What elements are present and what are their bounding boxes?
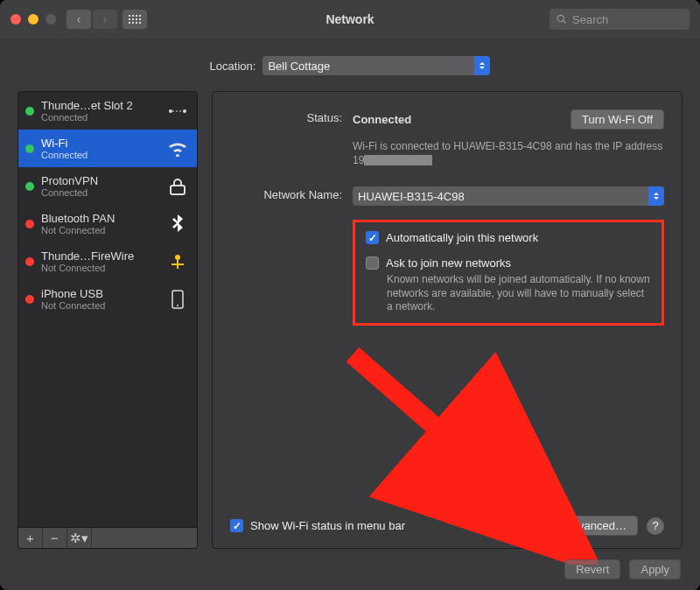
remove-service-button[interactable]: − xyxy=(43,528,67,548)
sidebar-item-wifi[interactable]: Wi-FiConnected xyxy=(18,130,197,167)
ask-join-description: Known networks will be joined automatica… xyxy=(387,273,651,314)
network-name-row: Network Name: HUAWEI-B315-4C98 xyxy=(230,186,664,206)
status-value: Connected xyxy=(353,113,411,126)
ask-join-row: Ask to join new networks xyxy=(366,256,651,270)
location-row: Location: Bell Cottage xyxy=(18,56,682,75)
help-button[interactable]: ? xyxy=(647,517,664,535)
svg-rect-5 xyxy=(172,263,184,265)
thunderbolt-bridge-icon xyxy=(165,102,190,121)
back-button[interactable]: ‹ xyxy=(66,10,91,29)
conn-status: Not Connected xyxy=(41,225,158,235)
status-dot xyxy=(25,182,34,191)
status-desc-row: Wi-Fi is connected to HUAWEI-B315-4C98 a… xyxy=(230,137,664,167)
search-icon xyxy=(556,14,567,25)
network-name-label: Network Name: xyxy=(230,186,353,201)
window-controls xyxy=(10,14,56,25)
conn-name: ProtonVPN xyxy=(41,174,158,187)
svg-point-7 xyxy=(177,305,178,306)
nav-buttons: ‹ › xyxy=(66,10,117,29)
zoom-button[interactable] xyxy=(46,14,56,25)
advanced-button[interactable]: Advanced… xyxy=(553,516,638,536)
forward-button[interactable]: › xyxy=(93,10,117,29)
status-dot xyxy=(25,257,34,266)
close-button[interactable] xyxy=(10,14,21,25)
status-dot xyxy=(25,295,34,304)
svg-line-9 xyxy=(353,355,563,538)
show-status-label: Show Wi-Fi status in menu bar xyxy=(250,519,405,532)
show-all-button[interactable] xyxy=(122,10,147,29)
conn-name: Thunde…FireWire xyxy=(41,249,158,263)
service-actions-button[interactable]: ✲▾ xyxy=(67,528,92,548)
show-status-row: Show Wi-Fi status in menu bar xyxy=(230,519,405,532)
options-row: Automatically join this network Ask to j… xyxy=(230,213,664,326)
sidebar-item-firewire[interactable]: Thunde…FireWireNot Connected xyxy=(18,242,197,280)
ask-join-label: Ask to join new networks xyxy=(386,256,511,270)
conn-name: Wi-Fi xyxy=(41,137,158,150)
redacted-ip xyxy=(364,155,432,165)
conn-text: iPhone USBNot Connected xyxy=(41,287,158,311)
status-label: Status: xyxy=(230,109,353,124)
highlight-annotation: Automatically join this network Ask to j… xyxy=(353,220,664,326)
status-dot xyxy=(25,107,34,116)
sidebar-wrap: Thunde…et Slot 2ConnectedWi-FiConnectedP… xyxy=(18,91,198,549)
svg-point-0 xyxy=(169,109,172,113)
conn-text: Thunde…et Slot 2Connected xyxy=(41,99,158,123)
conn-name: iPhone USB xyxy=(41,287,158,300)
sidebar-item-iphone[interactable]: iPhone USBNot Connected xyxy=(18,280,197,318)
minimize-button[interactable] xyxy=(28,14,38,25)
turn-wifi-off-button[interactable]: Turn Wi-Fi Off xyxy=(570,109,664,130)
auto-join-row: Automatically join this network xyxy=(366,231,651,244)
search-placeholder: Search xyxy=(572,13,608,26)
body: Location: Bell Cottage Thunde…et Slot 2C… xyxy=(0,39,700,590)
auto-join-checkbox[interactable] xyxy=(366,231,379,244)
iphone-icon xyxy=(165,290,190,309)
conn-text: Wi-FiConnected xyxy=(41,137,158,160)
bottom-row: Show Wi-Fi status in menu bar Advanced… … xyxy=(230,516,664,536)
gear-icon: ✲▾ xyxy=(70,530,88,546)
connections-sidebar: Thunde…et Slot 2ConnectedWi-FiConnectedP… xyxy=(18,91,198,528)
svg-rect-2 xyxy=(171,186,185,194)
sidebar-toolbar: + − ✲▾ xyxy=(18,528,198,549)
conn-status: Connected xyxy=(41,150,158,160)
window-title: Network xyxy=(326,12,374,26)
conn-name: Thunde…et Slot 2 xyxy=(41,99,158,112)
ask-join-checkbox[interactable] xyxy=(366,256,379,270)
conn-text: Bluetooth PANNot Connected xyxy=(41,212,158,235)
conn-status: Not Connected xyxy=(41,300,158,311)
sidebar-item-bluetooth[interactable]: Bluetooth PANNot Connected xyxy=(18,205,197,242)
main-panel: Status: Connected Turn Wi-Fi Off Wi-Fi i… xyxy=(212,91,682,549)
search-field[interactable]: Search xyxy=(550,9,690,30)
network-preferences-window: ‹ › Network Search Location: Bell Cottag… xyxy=(0,0,700,590)
show-status-checkbox[interactable] xyxy=(230,519,243,532)
auto-join-label: Automatically join this network xyxy=(386,231,538,244)
location-value: Bell Cottage xyxy=(268,60,330,73)
apply-button[interactable]: Apply xyxy=(629,559,681,579)
svg-point-3 xyxy=(175,255,180,260)
panels: Thunde…et Slot 2ConnectedWi-FiConnectedP… xyxy=(18,91,682,549)
conn-status: Connected xyxy=(41,187,158,198)
svg-point-1 xyxy=(183,109,186,113)
footer: Revert Apply xyxy=(18,559,682,579)
conn-status: Not Connected xyxy=(41,263,158,273)
grid-icon xyxy=(129,15,141,24)
status-dot xyxy=(25,144,34,153)
chevron-updown-icon xyxy=(474,56,490,75)
status-dot xyxy=(25,220,34,228)
titlebar: ‹ › Network Search xyxy=(0,0,700,39)
location-label: Location: xyxy=(210,60,256,73)
conn-text: Thunde…FireWireNot Connected xyxy=(41,249,158,273)
conn-name: Bluetooth PAN xyxy=(41,212,158,225)
wifi-icon xyxy=(165,139,190,158)
status-row: Status: Connected Turn Wi-Fi Off xyxy=(230,109,664,130)
network-name-popup[interactable]: HUAWEI-B315-4C98 xyxy=(353,186,664,206)
location-popup[interactable]: Bell Cottage xyxy=(262,56,490,75)
firewire-icon xyxy=(165,252,190,271)
revert-button[interactable]: Revert xyxy=(564,559,620,579)
add-service-button[interactable]: + xyxy=(18,528,43,548)
sidebar-item-thunderbolt-bridge[interactable]: Thunde…et Slot 2Connected xyxy=(18,92,197,130)
conn-status: Connected xyxy=(41,112,158,123)
chevron-updown-icon xyxy=(648,186,664,206)
sidebar-item-vpn[interactable]: ProtonVPNConnected xyxy=(18,167,197,205)
bluetooth-icon xyxy=(165,214,190,234)
status-description: Wi-Fi is connected to HUAWEI-B315-4C98 a… xyxy=(353,140,664,167)
